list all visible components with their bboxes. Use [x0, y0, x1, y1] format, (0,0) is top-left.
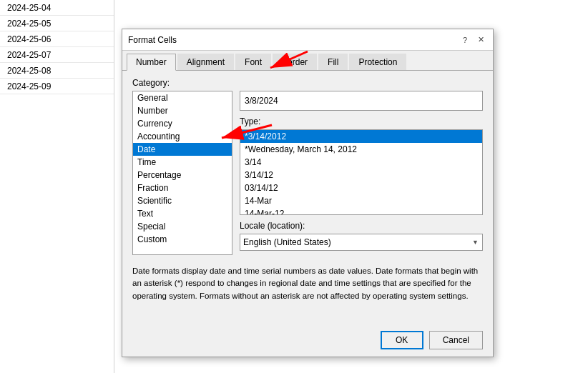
locale-label: Locale (location):	[240, 221, 483, 231]
category-item[interactable]: Number	[133, 104, 232, 117]
spreadsheet-row: 2024-25-06	[0, 31, 114, 47]
locale-select[interactable]: English (United States)English (United K…	[240, 234, 483, 251]
category-item[interactable]: Scientific	[133, 194, 232, 207]
type-label: Type:	[240, 116, 483, 126]
spreadsheet-row: 2024-25-07	[0, 47, 114, 63]
category-item[interactable]: Percentage	[133, 169, 232, 181]
category-item[interactable]: Time	[133, 156, 232, 169]
type-item[interactable]: 3/14/12	[240, 169, 482, 181]
category-item[interactable]: Currency	[133, 117, 232, 130]
locale-select-wrapper: English (United States)English (United K…	[240, 234, 483, 251]
spreadsheet-row: 2024-25-09	[0, 79, 114, 94]
category-item[interactable]: Text	[133, 207, 232, 220]
tab-font[interactable]: Font	[235, 54, 271, 70]
category-item[interactable]: Fraction	[133, 181, 232, 194]
category-label: Category:	[132, 78, 483, 88]
type-item[interactable]: 3/14	[240, 156, 482, 169]
sample-value: 3/8/2024	[245, 96, 278, 106]
title-bar-controls: ? ✕	[459, 34, 487, 46]
format-cells-dialog: Format Cells ? ✕ NumberAlignmentFontBord…	[122, 29, 494, 357]
dialog-title: Format Cells	[128, 35, 177, 45]
category-item[interactable]: Date	[133, 143, 232, 156]
dialog-body: Category: GeneralNumberCurrencyAccountin…	[122, 71, 493, 309]
tab-number[interactable]: Number	[127, 54, 176, 71]
dialog-title-bar: Format Cells ? ✕	[122, 29, 493, 51]
category-list-container: GeneralNumberCurrencyAccountingDateTimeP…	[132, 91, 232, 255]
category-item[interactable]: General	[133, 91, 232, 104]
type-item[interactable]: 14-Mar	[240, 194, 482, 207]
spreadsheet-column: 2024-25-042024-25-052024-25-062024-25-07…	[0, 0, 114, 373]
tabs-bar: NumberAlignmentFontBorderFillProtection	[122, 51, 493, 71]
sample-box: 3/8/2024	[240, 91, 483, 111]
category-item[interactable]: Special	[133, 220, 232, 233]
description-text: Date formats display date and time seria…	[132, 262, 483, 302]
category-item[interactable]: Custom	[133, 233, 232, 246]
dialog-footer: OK Cancel	[381, 331, 483, 349]
right-panel: 3/8/2024 Type: *3/14/2012*Wednesday, Mar…	[240, 91, 483, 255]
type-list[interactable]: *3/14/2012*Wednesday, March 14, 20123/14…	[240, 129, 483, 215]
tab-fill[interactable]: Fill	[318, 54, 348, 70]
two-col-layout: GeneralNumberCurrencyAccountingDateTimeP…	[132, 91, 483, 255]
tab-border[interactable]: Border	[273, 54, 317, 70]
ok-button[interactable]: OK	[381, 331, 423, 349]
tab-protection[interactable]: Protection	[349, 54, 406, 70]
tab-alignment[interactable]: Alignment	[177, 54, 234, 70]
close-button[interactable]: ✕	[474, 34, 487, 46]
category-list[interactable]: GeneralNumberCurrencyAccountingDateTimeP…	[132, 91, 232, 255]
spreadsheet-row: 2024-25-04	[0, 0, 114, 16]
type-item[interactable]: 14-Mar-12	[240, 207, 482, 215]
category-item[interactable]: Accounting	[133, 130, 232, 143]
type-item[interactable]: *Wednesday, March 14, 2012	[240, 143, 482, 156]
cancel-button[interactable]: Cancel	[429, 331, 483, 349]
spreadsheet-row: 2024-25-08	[0, 63, 114, 79]
type-item[interactable]: 03/14/12	[240, 181, 482, 194]
help-button[interactable]: ?	[459, 34, 471, 46]
type-item[interactable]: *3/14/2012	[240, 130, 482, 143]
spreadsheet-row: 2024-25-05	[0, 16, 114, 31]
